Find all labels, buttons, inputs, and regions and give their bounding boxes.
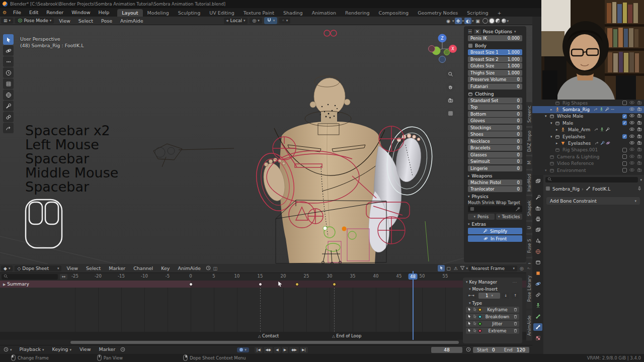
horizontal-scrollbar[interactable] xyxy=(0,340,532,345)
trash-icon[interactable] xyxy=(513,321,518,327)
sidebar-tab-hairmod[interactable]: HairMod xyxy=(526,170,532,195)
editor-type-selector[interactable]: ⊞▾ xyxy=(1,18,13,24)
deselect-keytype-icon[interactable] xyxy=(473,307,477,312)
proportional-edit-icon[interactable]: ◎ xyxy=(518,265,525,272)
show-hidden-toggle[interactable]: ▢ xyxy=(445,265,452,272)
dope-menu-animaide[interactable]: AnimAide xyxy=(174,264,204,273)
pose-badge-icon[interactable] xyxy=(599,107,604,113)
outliner-row[interactable]: ▾Whole Male✓ xyxy=(532,113,644,120)
play-button[interactable]: ▶ xyxy=(282,347,288,353)
sidebar-tab-m[interactable]: M xyxy=(526,156,532,169)
simplify-button[interactable]: Simplify xyxy=(468,228,522,234)
outliner-row[interactable]: Rig Shapes xyxy=(532,100,644,106)
outliner-row[interactable]: ▾Environment xyxy=(532,167,644,173)
properties-tab-collection[interactable] xyxy=(533,258,542,266)
navigation-gizmo[interactable]: Z X xyxy=(427,33,458,64)
checkbox-icon[interactable] xyxy=(622,168,627,172)
slider-swimsuit[interactable]: Swimsuit0 xyxy=(468,158,522,164)
link-badge-icon[interactable] xyxy=(595,141,599,146)
slider-breast-size-1[interactable]: Breast Size 11.000 xyxy=(468,49,522,55)
workspace-tab-compositing[interactable]: Compositing xyxy=(374,9,414,17)
slider-glutes-size[interactable]: Glutes Size1.000 xyxy=(468,63,522,69)
only-errors-toggle[interactable]: ⚠ xyxy=(452,265,459,272)
breadcrumb-object[interactable]: Sombra_Rig xyxy=(552,187,580,192)
add-bone-constraint-button[interactable]: Add Bone Constraint ▾ xyxy=(546,197,640,205)
snap-toggle[interactable]: ▾ xyxy=(264,17,278,24)
workspace-tab-sculpting[interactable]: Sculpting xyxy=(174,9,205,17)
workspace-tab-geometry-nodes[interactable]: Geometry Nodes xyxy=(413,9,462,17)
outliner-row[interactable]: Camera & Lighting xyxy=(532,153,644,160)
slider-bottom[interactable]: Bottom0 xyxy=(468,111,522,117)
workspace-tab-rendering[interactable]: Rendering xyxy=(341,9,374,17)
expand-arrow-icon[interactable]: ▾ xyxy=(550,135,555,139)
camera-icon[interactable] xyxy=(637,154,642,160)
next-keyframe-button[interactable]: ◆▶ xyxy=(289,347,299,353)
slider-shoes[interactable]: Shoes0 xyxy=(468,131,522,137)
section-extras[interactable]: ▾Extras xyxy=(468,222,522,227)
menu-window[interactable]: Window xyxy=(67,8,94,17)
slider-preserve-volume[interactable]: Preserve Volume0 xyxy=(468,76,522,82)
properties-tab-bone-constraint[interactable] xyxy=(533,323,542,331)
eye-icon[interactable] xyxy=(629,154,634,160)
expand-arrow-icon[interactable]: ▾ xyxy=(545,114,549,118)
keytype-row-breakdown[interactable]: Breakdown xyxy=(466,314,519,320)
tool-select-box[interactable] xyxy=(3,34,14,45)
outliner-row[interactable]: ▸Eyelashes xyxy=(532,140,644,146)
outliner-row[interactable]: ▾Eyelashes✓ xyxy=(532,133,644,140)
properties-tab-tool[interactable] xyxy=(533,194,542,201)
slider-tranlocator[interactable]: Tranlocator0 xyxy=(468,186,522,192)
filter-icon[interactable] xyxy=(459,265,466,272)
toggle-penis[interactable]: ▾Penis xyxy=(468,214,495,220)
dope-menu-key[interactable]: Key xyxy=(157,264,174,273)
properties-tab-view-layer[interactable] xyxy=(533,226,542,234)
timeline-marker[interactable]: △ End of Loop xyxy=(332,333,361,338)
playback-sync-icon[interactable] xyxy=(205,265,212,272)
tools-badge-icon[interactable] xyxy=(605,127,610,133)
eye-icon[interactable] xyxy=(629,127,634,133)
sidebar-tab-screenc[interactable]: Screenc xyxy=(526,102,532,126)
properties-tab-scene[interactable] xyxy=(533,237,542,244)
dope-menu-marker[interactable]: Marker xyxy=(105,264,129,273)
expand-arrow-icon[interactable]: ▸ xyxy=(556,141,560,145)
eye-icon[interactable] xyxy=(629,113,634,119)
blender-menu-icon[interactable]: ⚙ xyxy=(0,10,9,15)
keytype-row-jitter[interactable]: Jitter xyxy=(466,321,519,327)
xray-toggle[interactable]: ▣ xyxy=(474,18,481,24)
search-input[interactable] xyxy=(545,177,638,183)
transform-orientation-dropdown[interactable]: ⌖ Local ▾ xyxy=(224,18,248,24)
toggle-testicles[interactable]: ▾Testicles xyxy=(496,214,523,220)
menu-file[interactable]: File xyxy=(9,8,25,17)
pivot-point-dropdown[interactable]: ◎▾ xyxy=(250,18,262,24)
camera-icon[interactable] xyxy=(637,120,642,126)
checkbox-icon[interactable]: ✓ xyxy=(622,114,627,119)
tool-pose-tool[interactable] xyxy=(3,123,14,133)
tool-scale[interactable] xyxy=(3,78,14,89)
gizmos-toggle[interactable]: ✥ xyxy=(455,18,462,24)
dots-badge-icon[interactable] xyxy=(610,107,615,113)
eye-icon[interactable] xyxy=(629,134,634,140)
pin-icon[interactable] xyxy=(637,186,642,192)
keyframe-dot[interactable] xyxy=(295,283,299,286)
move-insert-title[interactable]: Move-Insert xyxy=(472,287,498,292)
camera-icon[interactable] xyxy=(637,160,642,166)
camera-icon[interactable] xyxy=(637,113,642,119)
workspace-tab-scripting[interactable]: Scripting xyxy=(462,9,493,17)
checkbox-icon[interactable] xyxy=(622,161,627,166)
tool-transform[interactable] xyxy=(3,89,14,100)
properties-tab-constraints[interactable] xyxy=(533,291,542,299)
section-clothing[interactable]: Clothing xyxy=(468,92,522,97)
keytype-row-extreme[interactable]: Extreme xyxy=(466,328,519,334)
properties-editor-type-selector[interactable] xyxy=(533,177,542,185)
properties-tab-object[interactable] xyxy=(533,269,542,277)
deselect-keytype-icon[interactable] xyxy=(473,314,477,319)
tool-annotate[interactable] xyxy=(3,101,14,111)
workspace-tab-shading[interactable]: Shading xyxy=(279,9,307,17)
mod-badge-icon[interactable] xyxy=(600,141,605,146)
mode-dropdown[interactable]: ☹ Pose Mode ▾ xyxy=(15,18,54,24)
menu-edit[interactable]: Edit xyxy=(25,8,42,17)
timeline-menu-playback[interactable]: Playback ▾ xyxy=(16,345,48,354)
outliner-row[interactable]: Video Reference xyxy=(532,160,644,167)
trash-icon[interactable] xyxy=(513,314,518,320)
workspace-tab-layout[interactable]: Layout xyxy=(117,9,142,17)
checkbox-icon[interactable] xyxy=(622,154,627,159)
